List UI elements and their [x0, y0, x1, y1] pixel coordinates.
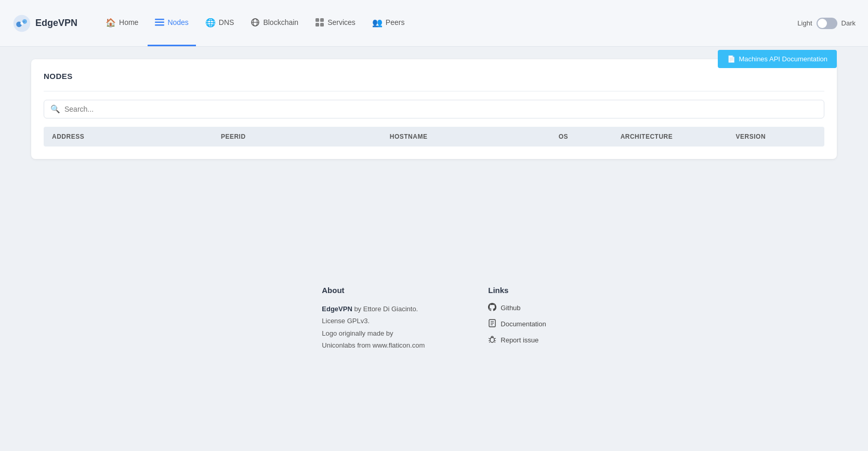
- svg-rect-6: [155, 22, 164, 23]
- theme-toggle: Light Dark: [797, 18, 856, 29]
- theme-switch[interactable]: [817, 18, 837, 29]
- table-header: ADDRESS PEERID HOSTNAME OS ARCHITECTURE …: [44, 127, 824, 147]
- doc-icon: 📄: [727, 55, 735, 63]
- nodes-card: 📄 Machines API Documentation NODES 🔍 ADD…: [31, 59, 837, 159]
- main-content: 📄 Machines API Documentation NODES 🔍 ADD…: [0, 47, 868, 255]
- footer-links: Links Github: [488, 286, 546, 352]
- theme-dark-label: Dark: [841, 19, 856, 27]
- footer-brand-suffix: by Ettore Di Giacinto.: [352, 305, 418, 313]
- footer-license: License GPLv3.: [322, 317, 370, 325]
- col-peerid: PEERID: [221, 133, 382, 140]
- github-label: Github: [501, 304, 520, 312]
- theme-light-label: Light: [797, 19, 812, 27]
- toggle-knob: [818, 19, 827, 28]
- nav-label-dns: DNS: [219, 18, 234, 26]
- app-logo-icon: [12, 14, 31, 33]
- col-version: VERSION: [736, 133, 816, 140]
- peers-icon: 👥: [372, 18, 383, 28]
- svg-point-4: [20, 22, 23, 24]
- nav-item-home[interactable]: 🏠 Home: [98, 0, 146, 46]
- svg-rect-12: [320, 18, 324, 22]
- footer-logo-credit: Logo originally made by Uniconlabs from …: [322, 329, 425, 349]
- svg-rect-13: [315, 23, 319, 26]
- col-os: OS: [559, 133, 612, 140]
- search-box: 🔍: [44, 100, 824, 118]
- col-architecture: ARCHITECTURE: [621, 133, 728, 140]
- footer-link-report[interactable]: Report issue: [488, 335, 546, 345]
- documentation-icon: [488, 319, 496, 329]
- search-input[interactable]: [64, 105, 818, 113]
- nav-item-dns[interactable]: 🌐 DNS: [198, 0, 242, 46]
- services-icon: [315, 18, 324, 27]
- footer-link-github[interactable]: Github: [488, 303, 546, 313]
- bug-icon: [488, 335, 496, 345]
- nav-label-blockchain: Blockchain: [263, 18, 298, 26]
- col-hostname: HOSTNAME: [390, 133, 550, 140]
- footer: About EdgeVPN by Ettore Di Giacinto. Lic…: [0, 255, 868, 383]
- search-icon: 🔍: [50, 104, 60, 114]
- footer-links-title: Links: [488, 286, 546, 295]
- divider: [44, 91, 824, 91]
- header: EdgeVPN 🏠 Home Nodes 🌐 DNS: [0, 0, 868, 47]
- footer-about-title: About: [322, 286, 426, 295]
- footer-about-text: EdgeVPN by Ettore Di Giacinto. License G…: [322, 303, 426, 352]
- home-icon: 🏠: [106, 18, 116, 28]
- report-label: Report issue: [501, 336, 538, 344]
- svg-rect-7: [155, 24, 164, 26]
- footer-brand: EdgeVPN: [322, 305, 352, 313]
- nav-label-services: Services: [327, 18, 356, 26]
- svg-line-21: [494, 338, 496, 339]
- logo-area: EdgeVPN: [12, 14, 77, 33]
- footer-link-documentation[interactable]: Documentation: [488, 319, 546, 329]
- nav-item-blockchain[interactable]: Blockchain: [243, 0, 306, 46]
- nav-item-services[interactable]: Services: [308, 0, 363, 46]
- nav-item-nodes[interactable]: Nodes: [148, 0, 195, 46]
- nav-item-peers[interactable]: 👥 Peers: [365, 0, 412, 46]
- svg-line-24: [489, 342, 490, 342]
- footer-about: About EdgeVPN by Ettore Di Giacinto. Lic…: [322, 286, 426, 352]
- nav-label-peers: Peers: [386, 18, 405, 26]
- footer-links-list: Github Documentation: [488, 303, 546, 345]
- app-title: EdgeVPN: [35, 18, 77, 29]
- svg-rect-5: [155, 19, 164, 20]
- blockchain-icon: [251, 18, 260, 27]
- nodes-title: NODES: [44, 72, 824, 81]
- nav-label-home: Home: [119, 18, 138, 26]
- svg-line-25: [494, 342, 495, 342]
- svg-rect-14: [320, 23, 324, 26]
- dns-icon: 🌐: [205, 18, 216, 28]
- nav-label-nodes: Nodes: [167, 18, 188, 26]
- main-nav: 🏠 Home Nodes 🌐 DNS: [98, 0, 412, 46]
- nodes-icon: [155, 19, 164, 26]
- svg-line-20: [489, 338, 490, 339]
- documentation-label: Documentation: [501, 320, 546, 328]
- api-doc-button[interactable]: 📄 Machines API Documentation: [718, 50, 837, 68]
- svg-rect-11: [315, 18, 319, 22]
- col-address: ADDRESS: [52, 133, 213, 140]
- github-icon: [488, 303, 496, 313]
